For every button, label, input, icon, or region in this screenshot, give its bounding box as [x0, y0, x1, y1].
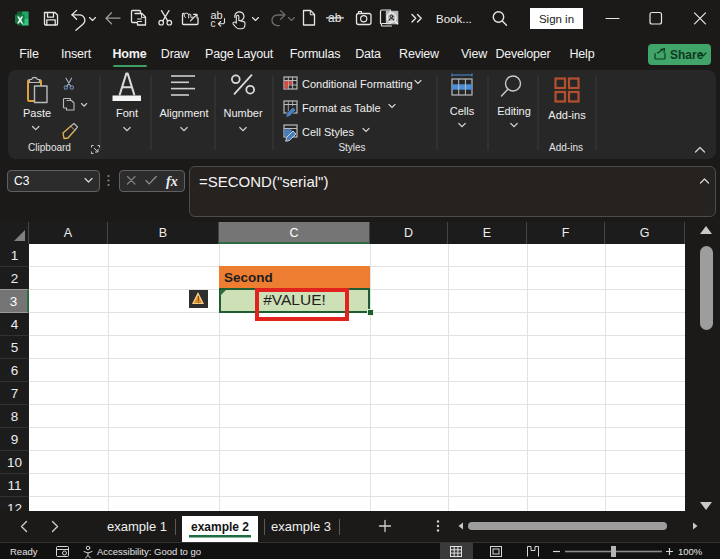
svg-text:Alignment: Alignment: [160, 107, 209, 119]
svg-text:Sign in: Sign in: [539, 13, 574, 25]
svg-text:Clipboard: Clipboard: [28, 142, 71, 153]
svg-text:Book...: Book...: [436, 13, 472, 25]
svg-text:Add-ins: Add-ins: [548, 109, 586, 121]
svg-text:Ready: Ready: [10, 546, 38, 557]
svg-text:100%: 100%: [678, 546, 703, 557]
svg-text:Add-ins: Add-ins: [549, 142, 583, 153]
svg-text:Conditional Formatting: Conditional Formatting: [302, 78, 413, 90]
svg-text:Cell Styles: Cell Styles: [302, 126, 354, 138]
svg-text:Number: Number: [223, 107, 262, 119]
svg-text:Cells: Cells: [450, 105, 475, 117]
svg-text:Accessibility: Good to go: Accessibility: Good to go: [97, 546, 201, 557]
svg-text:Format as Table: Format as Table: [302, 102, 381, 114]
svg-text:fx: fx: [166, 174, 178, 189]
svg-text:Styles: Styles: [338, 142, 365, 153]
svg-text:example 1: example 1: [107, 519, 167, 534]
svg-text:Font: Font: [116, 107, 138, 119]
svg-text:Paste: Paste: [23, 107, 51, 119]
svg-text:example 3: example 3: [271, 519, 331, 534]
svg-text:example 2: example 2: [191, 520, 249, 534]
svg-text:Editing: Editing: [497, 105, 531, 117]
svg-text:Share: Share: [670, 48, 704, 62]
svg-text:c: c: [211, 18, 216, 29]
